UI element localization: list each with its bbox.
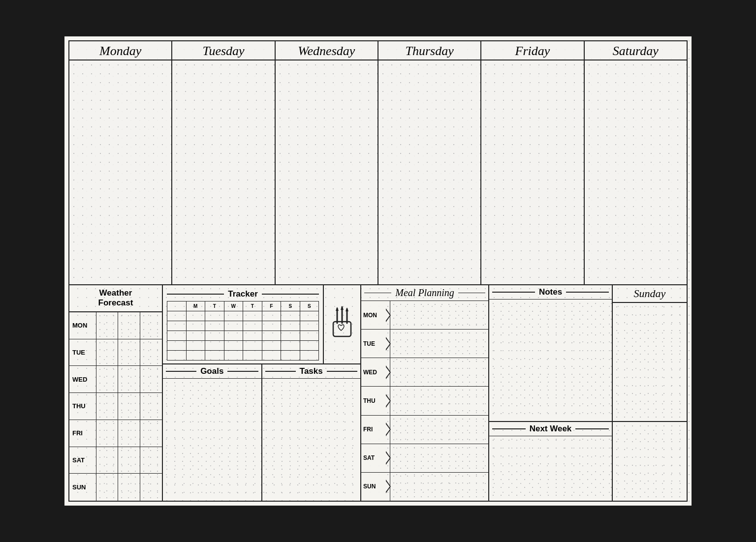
tracker-row-5-label[interactable] xyxy=(167,351,187,361)
meal-grid: MON TUE WED THU FRI xyxy=(361,301,488,501)
weather-wed-c2[interactable] xyxy=(118,366,140,393)
tasks-title: Tasks xyxy=(296,366,327,376)
tracker-row-3[interactable] xyxy=(167,331,319,341)
thursday-header: Thursday xyxy=(378,41,480,60)
tracker-row-4-label[interactable] xyxy=(167,341,187,351)
weather-sun-c1[interactable] xyxy=(96,474,118,501)
weather-title: WeatherForecast xyxy=(69,285,162,312)
tracker-row-2[interactable] xyxy=(167,321,319,331)
weather-thu-c3[interactable] xyxy=(140,393,162,420)
weather-tue-c1[interactable] xyxy=(96,339,118,366)
weather-sat-c1[interactable] xyxy=(96,447,118,474)
tracker-header: Tracker xyxy=(167,288,319,301)
weather-thu-c2[interactable] xyxy=(118,393,140,420)
weather-wed-c3[interactable] xyxy=(140,366,162,393)
tracker-col-empty xyxy=(167,301,187,311)
friday-header: Friday xyxy=(481,41,583,60)
weather-fri-c2[interactable] xyxy=(118,420,140,447)
meal-section: Meal Planning MON TUE WED THU xyxy=(361,285,489,501)
thursday-column[interactable]: Thursday xyxy=(378,41,481,284)
tracker-row-1[interactable] xyxy=(167,311,319,321)
tracker-row-1-label[interactable] xyxy=(167,311,187,321)
weather-grid: MON TUE WED THU FRI xyxy=(69,312,162,501)
tracker-line-right xyxy=(262,294,319,295)
tracker-col-f: F xyxy=(262,301,281,311)
weather-sun-c2[interactable] xyxy=(118,474,140,501)
next-week-title: Next Week xyxy=(526,424,576,434)
tasks-section: Tasks xyxy=(262,364,361,501)
weather-sun-c3[interactable] xyxy=(140,474,162,501)
tuesday-header: Tuesday xyxy=(172,41,274,60)
weather-fri-c1[interactable] xyxy=(96,420,118,447)
tracker-col-s1: S xyxy=(281,301,300,311)
meal-mon-content[interactable] xyxy=(390,301,488,329)
notes-line-left xyxy=(492,292,535,293)
meal-sat-row: SAT xyxy=(361,444,488,473)
weather-tue-c3[interactable] xyxy=(140,339,162,366)
weather-fri-c3[interactable] xyxy=(140,420,162,447)
tuesday-body[interactable] xyxy=(172,60,274,284)
svg-marker-5 xyxy=(346,307,348,311)
meal-fri-label: FRI xyxy=(361,416,386,444)
saturday-body[interactable] xyxy=(585,60,687,284)
meal-wed-content[interactable] xyxy=(390,358,488,386)
notes-line-right xyxy=(566,292,609,293)
thursday-body[interactable] xyxy=(378,60,480,284)
wednesday-body[interactable] xyxy=(276,60,378,284)
monday-column[interactable]: Monday xyxy=(69,41,172,284)
goals-header: Goals xyxy=(163,364,261,379)
meal-title: Meal Planning xyxy=(391,287,458,299)
weather-thu-c1[interactable] xyxy=(96,393,118,420)
meal-tue-label: TUE xyxy=(361,330,386,358)
friday-column[interactable]: Friday xyxy=(481,41,584,284)
goals-tasks-section: Goals Tasks xyxy=(163,364,360,501)
tracker-col-m: M xyxy=(186,301,205,311)
meal-wed-label: WED xyxy=(361,358,386,386)
meal-sun-content[interactable] xyxy=(390,473,488,501)
tracker-row-4[interactable] xyxy=(167,341,319,351)
weather-tue-c2[interactable] xyxy=(118,339,140,366)
meal-thu-content[interactable] xyxy=(390,387,488,415)
tracker-row-3-label[interactable] xyxy=(167,331,187,341)
notes-body[interactable] xyxy=(489,300,612,421)
monday-body[interactable] xyxy=(69,60,171,284)
weather-sat-c3[interactable] xyxy=(140,447,162,474)
monday-header: Monday xyxy=(69,41,171,60)
friday-body[interactable] xyxy=(481,60,583,284)
weather-sat-c2[interactable] xyxy=(118,447,140,474)
goals-line-left xyxy=(166,371,196,372)
saturday-header: Saturday xyxy=(585,41,687,60)
tasks-body[interactable] xyxy=(262,379,361,501)
meal-sat-content[interactable] xyxy=(390,444,488,472)
next-week-sunday-area[interactable] xyxy=(613,422,687,501)
meal-mon-label: MON xyxy=(361,301,386,329)
tracker-row-2-label[interactable] xyxy=(167,321,187,331)
weather-mon-c3[interactable] xyxy=(140,312,162,339)
next-week-section: Next Week xyxy=(489,422,687,501)
meal-mon-row: MON xyxy=(361,301,488,330)
weather-mon-c1[interactable] xyxy=(96,312,118,339)
weather-wed-c1[interactable] xyxy=(96,366,118,393)
wednesday-column[interactable]: Wednesday xyxy=(276,41,378,284)
tasks-line-right xyxy=(327,371,357,372)
next-week-body[interactable] xyxy=(489,436,612,501)
meal-fri-content[interactable] xyxy=(390,416,488,444)
next-week-row: Next Week xyxy=(489,422,687,501)
notes-section: Notes xyxy=(489,285,613,421)
weather-fri-label: FRI xyxy=(69,420,96,447)
tracker-col-t2: T xyxy=(243,301,262,311)
tuesday-column[interactable]: Tuesday xyxy=(172,41,275,284)
sunday-body[interactable] xyxy=(613,303,687,421)
next-week-line-right xyxy=(575,428,609,429)
notes-title: Notes xyxy=(535,287,566,297)
saturday-column[interactable]: Saturday xyxy=(585,41,687,284)
tracker-row-5[interactable] xyxy=(167,351,319,361)
meal-tue-content[interactable] xyxy=(390,330,488,358)
goals-body[interactable] xyxy=(163,379,261,501)
next-week-header: Next Week xyxy=(489,422,612,436)
tasks-header: Tasks xyxy=(262,364,361,379)
weather-tue-label: TUE xyxy=(69,339,96,366)
weather-mon-c2[interactable] xyxy=(118,312,140,339)
pencil-cup-icon xyxy=(323,285,360,363)
notes-sunday-top: Notes Sunday xyxy=(489,285,687,422)
